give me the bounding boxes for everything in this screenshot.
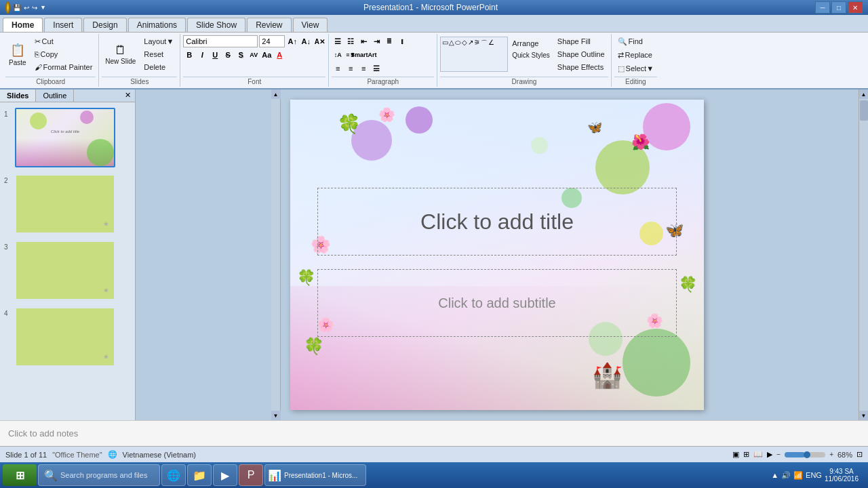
align-right-btn[interactable]: ≡	[357, 62, 370, 75]
taskbar-search[interactable]: 🔍 Search programs and files	[38, 464, 160, 486]
paste-button[interactable]: 📋 Paste	[5, 35, 30, 73]
zoom-out-btn[interactable]: −	[776, 451, 781, 458]
columns-btn[interactable]: ⫿	[396, 35, 408, 47]
tray-arrow[interactable]: ▲	[771, 471, 778, 479]
right-scroll-thumb[interactable]	[860, 100, 868, 121]
layout-button[interactable]: Layout ▼	[140, 35, 177, 47]
zoom-slider[interactable]	[785, 452, 825, 458]
clover-right: 🍀	[679, 276, 697, 293]
panel-tab-outline[interactable]: Outline	[36, 89, 74, 102]
strikethrough-button[interactable]: S	[222, 49, 234, 61]
quick-styles-button[interactable]: Quick Styles	[509, 50, 553, 72]
char-spacing-btn[interactable]: AV	[248, 49, 260, 61]
italic-button[interactable]: I	[196, 49, 208, 61]
slide-sorter-btn[interactable]: ⊞	[743, 450, 749, 459]
text-dir-btn[interactable]: ↕A	[332, 49, 344, 61]
shape-fill-button[interactable]: Shape Fill	[554, 35, 608, 47]
align-left-btn[interactable]: ≡	[332, 62, 344, 75]
arrange-button[interactable]: Arrange	[509, 37, 553, 49]
zoom-in-btn[interactable]: +	[829, 451, 833, 458]
slide-thumbnail-1[interactable]: Click to add title	[15, 108, 115, 167]
quick-access-dropdown[interactable]: ▼	[40, 4, 46, 11]
taskbar-ie[interactable]: 🌐	[161, 464, 186, 486]
taskbar-clock[interactable]: 9:43 SA 11/06/2016	[825, 468, 859, 483]
new-slide-button[interactable]: 🗒 New Slide	[102, 35, 139, 73]
slide-title-box[interactable]: Click to add title	[317, 188, 677, 256]
panel-tab-slides[interactable]: Slides	[0, 89, 36, 102]
normal-view-btn[interactable]: ▣	[732, 450, 739, 459]
bold-button[interactable]: B	[183, 49, 195, 61]
language-indicator: ENG	[806, 471, 822, 479]
status-bar: Slide 1 of 11 "Office Theme" 🌐 Vietnames…	[0, 446, 868, 462]
increase-indent-btn[interactable]: ⇥	[370, 35, 382, 47]
taskbar-powerpoint[interactable]: P	[239, 464, 263, 486]
copy-button[interactable]: ⎘ Copy	[31, 48, 96, 60]
title-redo-btn[interactable]: ↪	[32, 4, 37, 12]
font-name-input[interactable]	[183, 35, 258, 47]
decrease-indent-btn[interactable]: ⇤	[357, 35, 370, 47]
font-size-input[interactable]	[259, 35, 285, 47]
shapes-gallery[interactable]: ▭ △ ⬭ ◇ ↗ ⚞ ⌒ ∠	[440, 37, 508, 72]
tray-network[interactable]: 📶	[793, 471, 803, 480]
tab-animations[interactable]: Animations	[128, 18, 186, 32]
slide-num-1: 1	[4, 110, 12, 118]
shadow-button[interactable]: S	[235, 49, 247, 61]
taskbar-media[interactable]: ▶	[213, 464, 237, 486]
slide-thumbnail-3[interactable]: ❀	[15, 241, 115, 300]
tab-insert[interactable]: Insert	[44, 18, 82, 32]
maximize-button[interactable]: □	[831, 1, 846, 14]
delete-button[interactable]: Delete	[140, 61, 177, 73]
find-button[interactable]: 🔍 Find	[614, 35, 646, 47]
shape-effects-button[interactable]: Shape Effects	[554, 61, 608, 73]
title-save-btn[interactable]: 💾	[13, 4, 21, 12]
start-button[interactable]: ⊞	[3, 464, 37, 486]
scroll-down-btn[interactable]: ▼	[271, 411, 281, 420]
tab-design[interactable]: Design	[83, 18, 126, 32]
shape-outline-button[interactable]: Shape Outline	[554, 48, 608, 60]
scroll-up-btn[interactable]: ▲	[271, 89, 281, 99]
reset-button[interactable]: Reset	[140, 48, 177, 60]
decrease-font-btn[interactable]: A↓	[300, 35, 312, 47]
tab-review[interactable]: Review	[247, 18, 291, 32]
cut-button[interactable]: ✂ Cut	[31, 35, 96, 47]
theme-name: "Office Theme"	[52, 451, 102, 459]
fit-slide-btn[interactable]: ⊡	[856, 450, 863, 459]
increase-font-btn[interactable]: A↑	[286, 35, 298, 47]
clear-format-btn[interactable]: A✕	[313, 35, 326, 47]
slide-subtitle-box[interactable]: Click to add subtitle	[317, 269, 677, 337]
replace-button[interactable]: ⇄ Replace	[614, 49, 656, 61]
close-button[interactable]: ✕	[848, 1, 863, 14]
taskbar-explorer[interactable]: 📁	[187, 464, 212, 486]
tab-view[interactable]: View	[293, 18, 328, 32]
align-center-btn[interactable]: ≡	[344, 62, 357, 75]
right-scroll-down[interactable]: ▼	[859, 411, 869, 420]
convert-smart-btn[interactable]: SmartArt	[357, 49, 370, 61]
select-button[interactable]: ⬚ Select ▼	[614, 62, 657, 75]
slide-info: Slide 1 of 11	[5, 451, 47, 459]
reading-view-btn[interactable]: 📖	[753, 450, 763, 459]
numbered-list-btn[interactable]: ☷	[344, 35, 357, 47]
slideshow-btn[interactable]: ▶	[767, 450, 772, 459]
multilevel-btn[interactable]: ≣	[383, 35, 395, 47]
slide-thumbnail-2[interactable]: ❀	[15, 174, 115, 234]
font-color-btn[interactable]: A	[273, 49, 285, 61]
minimize-button[interactable]: ─	[815, 1, 830, 14]
format-painter-button[interactable]: 🖌 Format Painter	[31, 61, 96, 73]
right-scroll-up[interactable]: ▲	[859, 89, 869, 99]
underline-button[interactable]: U	[209, 49, 221, 61]
tray-speaker[interactable]: 🔊	[781, 471, 791, 480]
taskbar-active-window[interactable]: 📊 Presentation1 - Micros...	[264, 464, 366, 486]
tab-slideshow[interactable]: Slide Show	[187, 18, 245, 32]
change-case-btn[interactable]: Aa	[260, 49, 273, 61]
tab-home[interactable]: Home	[3, 18, 43, 32]
notes-area[interactable]: Click to add notes	[0, 420, 868, 446]
slide-thumb-2: 2 ❀	[0, 173, 135, 235]
slide-thumbnail-4[interactable]: ❀	[15, 307, 115, 367]
panel-close-button[interactable]: ✕	[121, 89, 135, 102]
justify-btn[interactable]: ☰	[370, 62, 382, 75]
language-name: Vietnamese (Vietnam)	[123, 451, 196, 459]
windows-logo: ⊞	[16, 469, 24, 482]
title-undo-btn[interactable]: ↩	[24, 4, 29, 12]
bullet-list-btn[interactable]: ☰	[332, 35, 344, 47]
ribbon: 📋 Paste ✂ Cut ⎘ Copy 🖌 Format Painter Cl…	[0, 33, 868, 89]
